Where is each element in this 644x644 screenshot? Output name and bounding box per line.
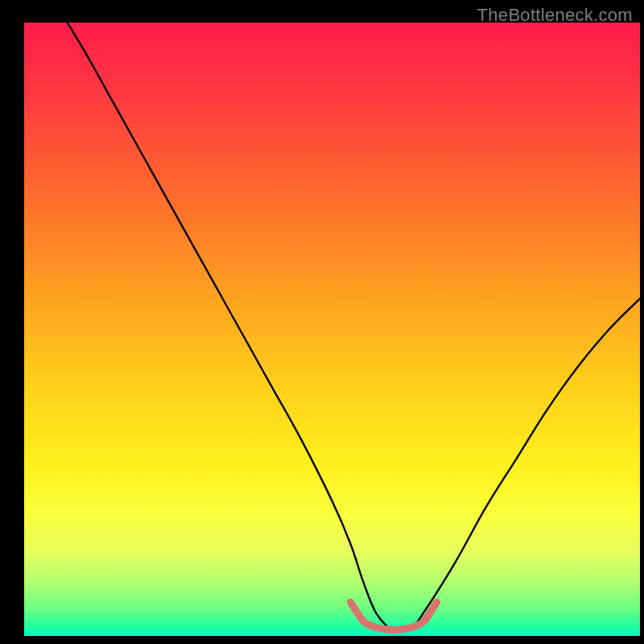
attribution-label: TheBottleneck.com [477,5,633,26]
chart-frame: TheBottleneck.com [0,0,644,644]
gradient-background [24,23,640,636]
bottleneck-plot [0,0,644,644]
